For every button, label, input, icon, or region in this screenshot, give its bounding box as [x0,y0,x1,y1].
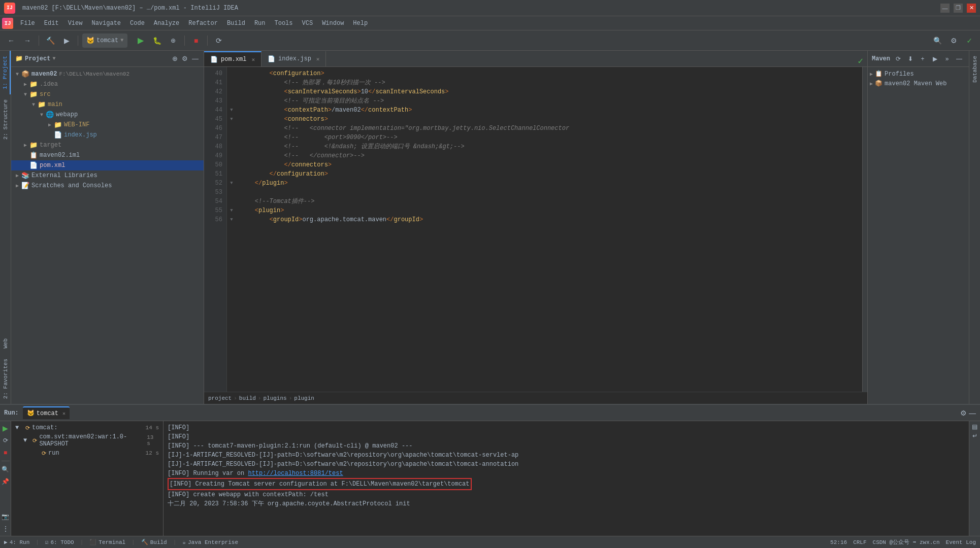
run-tab-close[interactable]: ✕ [62,410,66,417]
run-panel-settings[interactable]: ⚙ [960,409,967,417]
search-everywhere-button[interactable]: 🔍 [930,33,944,48]
tree-item-iml[interactable]: ▶ 📋 maven02.iml [11,150,204,160]
tree-item-pomxml[interactable]: ▶ 📄 pom.xml [11,160,204,170]
status-build-tab[interactable]: 🔨 Build [141,539,167,545]
breadcrumb-project[interactable]: project [208,395,232,401]
tree-item-src[interactable]: ▼ 📁 src [11,89,204,99]
tab-indexjsp[interactable]: 📄 index.jsp ✕ [262,51,326,66]
tab-pomxml[interactable]: 📄 pom.xml ✕ [204,51,262,66]
breadcrumb-plugins[interactable]: plugins [263,395,286,401]
tree-item-idea[interactable]: ▶ 📁 .idea [11,79,204,89]
status-java-tab[interactable]: ☕ Java Enterprise [182,539,238,545]
restore-button[interactable]: ❐ [954,4,963,13]
update-button[interactable]: ⟳ [212,33,226,48]
breadcrumb-build[interactable]: build [239,395,256,401]
code-content[interactable]: <configuration> <!-- 热部署，每10秒扫描一次 --> <s… [236,67,862,392]
run-restart-button[interactable]: ▶ [1,423,11,433]
status-todo-tab[interactable]: ☑ 6: TODO [45,539,74,545]
status-terminal-tab[interactable]: ⬛ Terminal [89,539,125,545]
minimize-button[interactable]: — [940,4,950,13]
status-run-tab[interactable]: ▶ 4: Run [4,539,29,545]
tree-item-scratches[interactable]: ▶ 📝 Scratches and Consoles [11,181,204,191]
menu-edit[interactable]: Edit [40,19,63,28]
run-pin-button[interactable]: 📌 [1,476,11,487]
run-tab-tomcat[interactable]: 🐱 tomcat ✕ [23,406,70,419]
breadcrumb-plugin[interactable]: plugin [294,395,314,401]
project-panel-settings[interactable]: ⚙ [181,54,189,63]
status-event-log[interactable]: Event Log [946,539,976,545]
menu-vcs[interactable]: VCS [298,19,317,28]
panel-title-dropdown[interactable]: ▼ [52,56,55,61]
forward-button[interactable]: → [20,33,35,48]
structure-strip-label[interactable]: 2: Structure [1,94,10,145]
status-encoding[interactable]: CRLF [853,539,866,545]
maven-minimize-button[interactable]: — [954,53,965,64]
favorites-strip-label[interactable]: Web [1,333,10,354]
tree-item-extlib[interactable]: ▶ 📚 External Libraries [11,170,204,181]
tree-item-target[interactable]: ▶ 📁 target [11,140,204,150]
web-strip-label[interactable]: 2: Favorites [1,354,10,404]
maven-item-maven02[interactable]: ▶ 📦 maven02 Maven Web [868,79,969,88]
settings-button[interactable]: ⚙ [946,33,961,48]
output-panel[interactable]: [INFO] [INFO] [INFO] --- tomcat7-maven-p… [164,421,969,536]
run-stop-button[interactable]: ■ [1,448,11,458]
run-config-selector[interactable]: 🐱 tomcat ▼ [82,33,127,48]
maven-download-button[interactable]: ⬇ [905,53,916,64]
run-dropdown-button[interactable]: ▶ [59,33,74,48]
code-editor[interactable]: 40 41 42 43 44 45 46 47 48 49 50 51 52 5… [204,67,867,392]
menu-refactor[interactable]: Refactor [184,19,222,28]
output-filter-button[interactable]: ▤ [972,423,977,430]
coverage-button[interactable]: ⊕ [166,33,180,48]
output-line-2: [INFO] [168,432,965,441]
tab-pomxml-icon: 📄 [210,56,218,63]
editor-scrollbar[interactable] [862,67,867,392]
maven-more-button[interactable]: » [941,53,953,64]
run-panel-minimize[interactable]: — [969,409,976,417]
menu-navigate[interactable]: Navigate [87,19,125,28]
maven-item-profiles[interactable]: ▶ 📋 Profiles [868,69,969,79]
menu-view[interactable]: View [64,19,87,28]
tab-indexjsp-close[interactable]: ✕ [316,56,320,62]
maven-run-button[interactable]: ▶ [929,53,940,64]
run-more-button[interactable]: ⋮ [1,524,11,534]
tab-pomxml-close[interactable]: ✕ [251,56,255,63]
project-panel-locate[interactable]: ⊕ [171,54,179,63]
status-cursor[interactable]: 52:16 [830,539,847,545]
tree-item-webapp[interactable]: ▼ 🌐 webapp [11,110,204,120]
menu-file[interactable]: File [16,19,39,28]
app-logo: IJ [4,3,15,14]
close-button[interactable]: ✕ [967,4,976,13]
database-tab-label[interactable]: Database [970,51,979,88]
menu-build[interactable]: Build [223,19,249,28]
stop-button[interactable]: ■ [189,33,203,48]
run-button[interactable]: ▶ [134,33,148,48]
menu-code[interactable]: Code [126,19,149,28]
run-tree-artifact[interactable]: ▼ ⟳ com.svt:maven02:war:1.0-SNAPSHOT 13 … [13,432,161,449]
tree-item-maven02[interactable]: ▼ 📦 maven02 F:\DELL\Maven\maven02 [11,69,204,79]
project-panel-minimize[interactable]: — [191,54,200,63]
menu-help[interactable]: Help [349,19,372,28]
menu-tools[interactable]: Tools [271,19,297,28]
status-csdn[interactable]: CSDN @公众号 ➡ zwx.cn [873,538,940,546]
run-reload-button[interactable]: ⟳ [1,435,11,446]
run-filter-button[interactable]: 🔍 [1,464,11,474]
output-link[interactable]: http://localhost:8081/test [248,470,343,477]
run-camera-button[interactable]: 📷 [1,511,11,522]
run-tree-tomcat[interactable]: ▼ ⟳ tomcat: 14 s [13,423,161,432]
project-strip-label[interactable]: 1: Project [1,51,11,94]
maven-add-button[interactable]: + [917,53,928,64]
output-wrap-button[interactable]: ↵ [972,432,977,439]
menu-analyze[interactable]: Analyze [150,19,183,28]
tree-item-webinf[interactable]: ▶ 📁 WEB-INF [11,120,204,130]
maven-refresh-button[interactable]: ⟳ [893,53,904,64]
tree-item-indexjsp[interactable]: ▶ 📄 index.jsp [11,130,204,140]
tree-item-main[interactable]: ▼ 📁 main [11,99,204,110]
maven-profiles-label: Profiles [885,71,914,78]
menu-run[interactable]: Run [250,19,270,28]
build-project-button[interactable]: 🔨 [43,33,57,48]
back-button[interactable]: ← [4,33,18,48]
menu-window[interactable]: Window [318,19,348,28]
debug-button[interactable]: 🐛 [150,33,164,48]
line-numbers: 40 41 42 43 44 45 46 47 48 49 50 51 52 5… [204,67,227,392]
run-tree-run[interactable]: ⟳ run 12 s [13,449,161,458]
